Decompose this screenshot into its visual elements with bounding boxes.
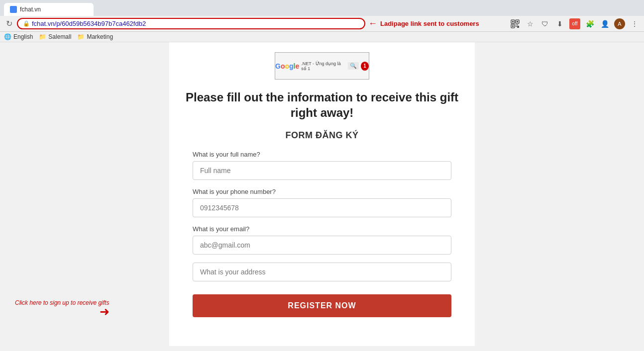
product-image: Google .NET - Ứng dụng là số 1 🔍 1: [275, 52, 369, 80]
email-input[interactable]: [193, 236, 451, 255]
annotation-label: Ladipage link sent to customers: [380, 20, 479, 27]
profile-icon[interactable]: 👤: [599, 18, 610, 29]
phone-input[interactable]: [193, 198, 451, 217]
address-input[interactable]: [32, 20, 359, 27]
tab-bar: fchat.vn: [0, 0, 644, 16]
download-icon[interactable]: ⬇: [554, 18, 565, 29]
search-badge: 🔍: [348, 62, 359, 70]
marketing-bookmark[interactable]: 📁 Marketing: [77, 33, 113, 40]
svg-rect-3: [512, 21, 514, 22]
left-panel: Click here to sign up to receive gifts ➜: [0, 42, 169, 346]
active-tab[interactable]: fchat.vn: [4, 3, 94, 16]
tab-favicon: [10, 6, 17, 13]
tab-title: fchat.vn: [20, 6, 41, 13]
folder-icon-1: 📁: [39, 33, 46, 40]
phone-label: What is your phone number?: [193, 188, 451, 195]
email-label: What is your email?: [193, 225, 451, 233]
register-button[interactable]: REGISTER NOW: [193, 294, 451, 317]
svg-rect-8: [516, 26, 517, 27]
lock-icon: 🔒: [23, 20, 30, 27]
globe-icon: 🌐: [4, 33, 11, 40]
arrow-left-icon: ←: [368, 18, 377, 29]
refresh-button[interactable]: ↻: [4, 19, 14, 29]
form-container: FORM ĐĂNG KÝ What is your full name? Wha…: [193, 130, 451, 317]
language-bookmark[interactable]: 🌐 English: [4, 33, 33, 40]
menu-icon[interactable]: ⋮: [629, 18, 640, 29]
rank-badge: 1: [361, 62, 369, 71]
qr-icon[interactable]: [510, 18, 521, 29]
language-label: English: [13, 33, 33, 40]
right-panel: [475, 42, 644, 346]
page-container: Google .NET - Ứng dụng là số 1 🔍 1 Pleas…: [169, 42, 475, 346]
svg-rect-6: [516, 24, 517, 25]
product-image-area: Google .NET - Ứng dụng là số 1 🔍 1: [275, 52, 369, 80]
bookmarks-bar: 🌐 English 📁 Salemall 📁 Marketing: [0, 32, 644, 42]
phone-field-group: What is your phone number?: [193, 188, 451, 217]
puzzle-icon[interactable]: 🧩: [584, 18, 595, 29]
main-content: Click here to sign up to receive gifts ➜…: [0, 42, 644, 346]
fullname-field-group: What is your full name?: [193, 151, 451, 180]
marketing-label: Marketing: [87, 33, 113, 40]
email-field-group: What is your email?: [193, 225, 451, 255]
extension-off-icon[interactable]: off: [569, 18, 580, 29]
fullname-input[interactable]: [193, 161, 451, 180]
svg-rect-5: [512, 25, 514, 27]
shield-icon[interactable]: 🛡: [539, 18, 550, 29]
avatar[interactable]: A: [614, 18, 625, 29]
browser-chrome: fchat.vn ↻ 🔒 ← Ladipage link sent to cus…: [0, 0, 644, 42]
product-label: .NET - Ứng dụng là số 1: [301, 61, 346, 71]
arrow-annotation-right: ➜: [100, 305, 109, 319]
address-bar-row: ↻ 🔒 ← Ladipage link sent to customers: [0, 16, 644, 32]
salemall-bookmark[interactable]: 📁 Salemall: [39, 33, 71, 40]
address-input[interactable]: [193, 263, 451, 281]
star-icon[interactable]: ☆: [525, 18, 536, 29]
salemall-label: Salemall: [48, 33, 71, 40]
svg-rect-9: [517, 26, 519, 28]
click-annotation: Click here to sign up to receive gifts: [15, 299, 109, 306]
google-logo: Google: [275, 62, 299, 70]
svg-rect-4: [517, 21, 518, 22]
folder-icon-2: 📁: [77, 33, 85, 40]
fullname-label: What is your full name?: [193, 151, 451, 158]
form-title: FORM ĐĂNG KÝ: [193, 130, 451, 141]
arrow-annotation: ← Ladipage link sent to customers: [368, 18, 479, 29]
toolbar-icons: ☆ 🛡 ⬇ off 🧩 👤 A ⋮: [510, 18, 640, 29]
svg-rect-7: [517, 24, 518, 25]
main-heading: Please fill out the information to recei…: [184, 89, 460, 120]
address-field-group: [193, 263, 451, 281]
address-bar-container: 🔒: [17, 18, 365, 29]
